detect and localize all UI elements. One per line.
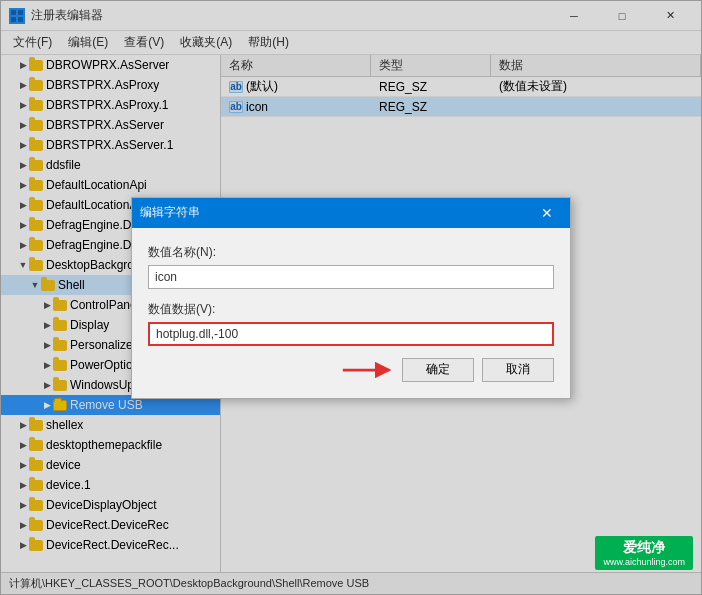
data-input[interactable] [148, 322, 554, 346]
main-window: 注册表编辑器 ─ □ ✕ 文件(F) 编辑(E) 查看(V) 收藏夹(A) 帮助… [0, 0, 702, 595]
dialog-body: 数值名称(N): 数值数据(V): [132, 228, 570, 398]
dialog-title: 编辑字符串 [140, 204, 532, 221]
ok-button[interactable]: 确定 [402, 358, 474, 382]
watermark-logo: 爱纯净 [623, 539, 665, 557]
dialog-buttons: 确定 取消 [148, 358, 554, 382]
name-field: 数值名称(N): [148, 244, 554, 289]
watermark: 爱纯净 www.aichunling.com [595, 536, 693, 570]
dialog-title-bar: 编辑字符串 ✕ [132, 198, 570, 228]
arrow-pointer [341, 359, 396, 381]
modal-overlay: 编辑字符串 ✕ 数值名称(N): 数值数据(V): [1, 1, 701, 594]
dialog-close-button[interactable]: ✕ [532, 198, 562, 228]
name-label: 数值名称(N): [148, 244, 554, 261]
name-input[interactable] [148, 265, 554, 289]
data-field: 数值数据(V): [148, 301, 554, 346]
data-label: 数值数据(V): [148, 301, 554, 318]
cancel-button[interactable]: 取消 [482, 358, 554, 382]
watermark-url: www.aichunling.com [603, 557, 685, 567]
edit-string-dialog: 编辑字符串 ✕ 数值名称(N): 数值数据(V): [131, 197, 571, 399]
